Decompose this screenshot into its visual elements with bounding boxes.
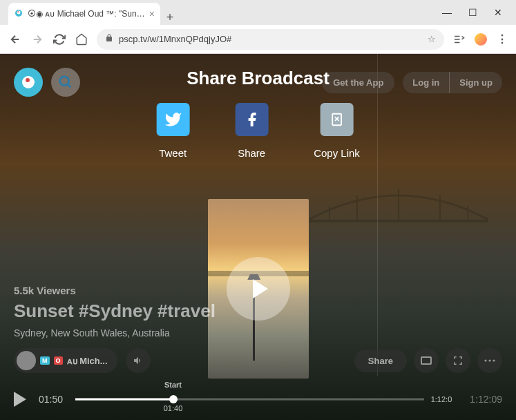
svg-point-14 (488, 359, 490, 361)
tab-title: ⦿◉ ᴀᴜ Michael Oud ™: "Sunset # (28, 9, 146, 19)
svg-rect-12 (421, 357, 431, 364)
url-text: pscp.tv/w/1MnxnQPdqjyJO# (119, 34, 422, 44)
broadcaster-name: ᴀᴜ Mich... (67, 356, 108, 366)
share-modal-title: Share Broadcast (156, 68, 360, 89)
periscope-favicon (14, 8, 25, 19)
reload-button[interactable] (52, 32, 66, 46)
lock-icon (105, 34, 113, 44)
forward-button[interactable] (30, 32, 44, 46)
signup-button[interactable]: Sign up (450, 72, 502, 93)
home-button[interactable] (75, 32, 88, 46)
video-preview[interactable] (208, 199, 309, 379)
page-content: Get the App Log in Sign up Share Broadca… (0, 54, 516, 420)
svg-point-13 (484, 359, 486, 361)
svg-point-1 (17, 11, 21, 15)
extension-icon[interactable] (475, 33, 487, 46)
player-bar: 01:50 Start 01:40 1:12:0 1:12:09 (0, 379, 516, 420)
more-button[interactable] (477, 348, 502, 373)
total-time: 1:12:09 (470, 394, 502, 405)
sidebar-divider (377, 54, 378, 376)
avatar (17, 351, 36, 370)
start-label: Start (164, 381, 182, 389)
maximize-button[interactable]: ☐ (468, 7, 477, 18)
share-button[interactable]: Share (354, 350, 407, 372)
copylink-label: Copy Link (314, 147, 360, 159)
play-button[interactable] (227, 257, 290, 321)
svg-point-2 (17, 11, 19, 12)
facebook-icon (235, 103, 268, 136)
share-facebook-option[interactable]: Share (235, 103, 268, 159)
new-tab-button[interactable]: + (160, 10, 180, 25)
minimize-button[interactable]: — (442, 7, 452, 18)
browser-menu-icon[interactable]: ⋮ (497, 32, 508, 46)
audio-button[interactable] (126, 348, 151, 373)
bookmark-star-icon[interactable]: ☆ (428, 34, 436, 44)
search-button[interactable] (51, 68, 80, 97)
svg-line-10 (68, 84, 71, 88)
stream-location: Sydney, New South Wales, Australia (14, 327, 216, 338)
media-extension-icon[interactable] (452, 33, 465, 46)
timeline[interactable]: Start 01:40 1:12:0 (75, 389, 424, 410)
browser-toolbar: pscp.tv/w/1MnxnQPdqjyJO# ☆ ⋮ (0, 25, 516, 54)
broadcaster-chip[interactable]: M O ᴀᴜ Mich... (14, 348, 117, 373)
play-icon (253, 279, 268, 298)
svg-point-15 (493, 359, 495, 361)
facebook-label: Share (238, 147, 265, 159)
window-controls: — ☐ ✕ (442, 7, 516, 25)
browser-chrome: ⦿◉ ᴀᴜ Michael Oud ™: "Sunset # × + — ☐ ✕… (0, 0, 516, 54)
stream-title: Sunset #Sydney #travel (14, 300, 216, 322)
share-tweet-option[interactable]: Tweet (156, 103, 189, 159)
url-bar[interactable]: pscp.tv/w/1MnxnQPdqjyJO# ☆ (97, 29, 444, 50)
titlebar: ⦿◉ ᴀᴜ Michael Oud ™: "Sunset # × + — ☐ ✕ (0, 0, 516, 25)
back-button[interactable] (8, 32, 22, 46)
browser-tab[interactable]: ⦿◉ ᴀᴜ Michael Oud ™: "Sunset # × (8, 3, 160, 25)
action-row: Share (354, 348, 502, 373)
close-window-button[interactable]: ✕ (494, 7, 502, 18)
end-marker: 1:12:0 (431, 395, 452, 403)
share-copylink-option[interactable]: Copy Link (314, 103, 360, 159)
tab-close-icon[interactable]: × (149, 8, 155, 19)
timeline-knob[interactable] (169, 395, 178, 403)
badge-o: O (54, 356, 63, 365)
theater-mode-button[interactable] (414, 348, 439, 373)
svg-point-9 (60, 77, 69, 86)
current-time: 01:50 (39, 394, 63, 405)
tweet-label: Tweet (159, 147, 187, 159)
login-button[interactable]: Log in (403, 72, 449, 93)
stream-info: 5.5k Viewers Sunset #Sydney #travel Sydn… (14, 285, 216, 373)
fullscreen-button[interactable] (446, 348, 470, 373)
share-modal: Share Broadcast Tweet Share Copy Link (156, 68, 360, 159)
auth-buttons: Log in Sign up (403, 72, 502, 93)
player-play-button[interactable] (14, 392, 26, 407)
badge-m: M (40, 356, 50, 365)
link-icon (320, 103, 353, 136)
viewer-count: 5.5k Viewers (14, 285, 216, 296)
periscope-logo[interactable] (14, 68, 43, 97)
twitter-icon (156, 103, 189, 136)
start-time: 01:40 (164, 404, 183, 412)
